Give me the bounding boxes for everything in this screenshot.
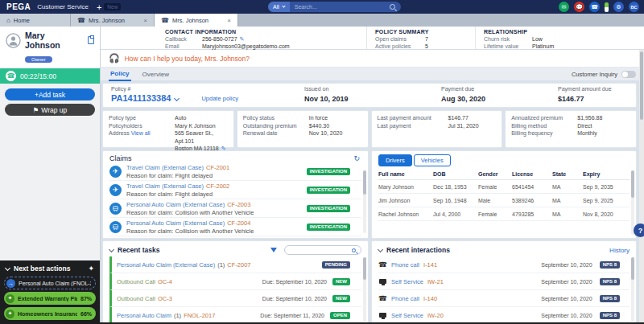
- status-badge: OPEN: [330, 312, 350, 319]
- tab-mrs-johnson-2[interactable]: ☎ Mrs. Johnson ×: [155, 14, 238, 27]
- main-scrollbar[interactable]: [639, 50, 644, 324]
- last-payment-amount: $146.77: [448, 114, 469, 122]
- status-badge: INVESTIGATION: [307, 205, 350, 212]
- drivers-table: Full name DOB Gender License State Expir…: [378, 169, 630, 221]
- task-link[interactable]: Outbound Call: [117, 295, 155, 302]
- claim-row[interactable]: ✈ Travel Claim (External Case)CF-2001 Re…: [109, 162, 361, 181]
- callback-number: 256-850-0727: [202, 35, 237, 43]
- agent-state-indicator[interactable]: [605, 2, 609, 12]
- drivers-scrollbar[interactable]: [631, 170, 634, 235]
- claim-row[interactable]: Personal Auto Claim (External Case)CF-20…: [109, 199, 361, 218]
- policy-header-card: Policy # PA1411133384 Update policy Issu…: [102, 83, 637, 108]
- copy-clipboard-icon[interactable]: [88, 36, 94, 44]
- car-icon: [109, 203, 122, 215]
- interaction-row[interactable]: Self Service IW-20 September 10, 2020 NP…: [378, 307, 630, 324]
- address-line1: 565 Seaver St., Apt.101: [175, 129, 228, 145]
- close-icon[interactable]: ×: [227, 17, 231, 24]
- self-service-icon: [378, 277, 387, 285]
- nps-badge: NPS 8: [600, 312, 620, 319]
- claim-link[interactable]: Personal Auto Claim (External Case): [126, 219, 225, 227]
- add-task-button[interactable]: +Add task: [5, 88, 95, 100]
- edit-pencil-icon[interactable]: ✎: [240, 35, 245, 43]
- view-all-link[interactable]: View all: [131, 130, 151, 136]
- claim-row[interactable]: Personal Auto Claim (External Case)CF-20…: [109, 218, 361, 236]
- task-link[interactable]: Personal Auto Claim: [117, 312, 171, 319]
- policy-summary-title: POLICY SUMMARY: [375, 29, 475, 35]
- pega-logo: PEGA: [6, 2, 31, 11]
- settings-gear-icon[interactable]: ⚙: [613, 2, 624, 12]
- claims-scrollbar[interactable]: [363, 170, 366, 233]
- user-avatar[interactable]: BC: [629, 2, 639, 12]
- task-row[interactable]: Personal Auto Claim (1) FNOL-2017 Due: S…: [109, 307, 361, 324]
- phone-channel-icon[interactable]: ☎: [589, 2, 600, 12]
- tab-policy[interactable]: Policy: [109, 68, 131, 81]
- new-badge: New: [104, 3, 121, 10]
- search-icon[interactable]: [390, 4, 395, 10]
- claims-card: Claims ↻ ✈ Travel Claim (External Case)C…: [102, 150, 369, 239]
- interaction-link[interactable]: Phone call: [391, 261, 419, 269]
- next-best-actions-panel: Next best actions ✦ → Personal Auto Clai…: [0, 260, 100, 324]
- issued-date: Nov 10, 2019: [304, 95, 441, 103]
- nba-item-auto-claim[interactable]: → Personal Auto Claim (FNOL-2019): [4, 277, 96, 289]
- chevron-down-icon[interactable]: [109, 246, 114, 252]
- nba-item-homeowners[interactable]: ✦ Homeowners Insurance 66%: [4, 307, 96, 320]
- interaction-link[interactable]: Phone call: [391, 295, 419, 302]
- nba-item-warranty[interactable]: ✦ Extended Warranty Plan 87%: [4, 292, 96, 305]
- interaction-row[interactable]: Self Service IW-21 September 10, 2020 NP…: [378, 273, 630, 290]
- interaction-row[interactable]: ☎ Phone call I-140 September 10, 2020 NP…: [378, 290, 630, 307]
- help-button[interactable]: ?: [634, 224, 644, 237]
- claim-row[interactable]: ✈ Travel Claim (External Case)CF-2002 Re…: [109, 181, 361, 199]
- chevron-down-icon[interactable]: [5, 265, 10, 270]
- flag-icon: ⚑: [33, 106, 39, 114]
- payment-amount-due: $146.77: [558, 95, 628, 103]
- task-row[interactable]: Outbound Call OC-3 Due: September 10, 20…: [109, 290, 361, 307]
- renewal-date: Nov 10, 2020: [309, 129, 343, 137]
- status-badge: INVESTIGATION: [307, 187, 350, 194]
- customer-inquiry-toggle[interactable]: [621, 71, 636, 78]
- greeting-text: How can I help you today, Mrs. Johnson?: [125, 55, 250, 63]
- filter-funnel-icon[interactable]: [270, 248, 277, 252]
- tab-drivers[interactable]: Drivers: [378, 154, 412, 166]
- tab-home[interactable]: ⌂ Home: [0, 14, 71, 27]
- email-icon[interactable]: ✉: [559, 2, 569, 12]
- tab-overview[interactable]: Overview: [141, 68, 171, 80]
- history-link[interactable]: History: [609, 247, 630, 254]
- customer-name: Mary Johnson: [25, 31, 80, 50]
- task-row[interactable]: Personal Auto Claim (External Case) (1) …: [109, 256, 361, 273]
- tasks-search[interactable]: [284, 245, 361, 255]
- top-bar: PEGA Customer Service + New All ✉ 💬 ☎ ⚙ …: [0, 0, 644, 14]
- claim-link[interactable]: Travel Claim (External Case): [126, 183, 204, 190]
- task-row[interactable]: Outbound Call OC-4 Due: September 10, 20…: [109, 273, 361, 290]
- claim-link[interactable]: Travel Claim (External Case): [126, 164, 204, 171]
- claims-title: Claims: [109, 154, 361, 162]
- wrap-up-button[interactable]: ⚑ Wrap up: [5, 104, 95, 116]
- chat-icon[interactable]: 💬: [574, 2, 584, 12]
- phone-icon: ☎: [77, 17, 85, 24]
- new-tab-button[interactable]: +: [97, 3, 101, 11]
- headset-icon: 🎧: [109, 53, 120, 64]
- tab-mrs-johnson-1[interactable]: ☎ Mrs. Johnson ×: [71, 14, 155, 27]
- search-scope-dropdown[interactable]: All: [268, 2, 290, 12]
- interactions-scrollbar[interactable]: [631, 257, 634, 322]
- owner-badge: Owner: [25, 56, 52, 63]
- interaction-row[interactable]: ☎ Phone call I-141 September 10, 2020 NP…: [378, 256, 630, 273]
- task-link[interactable]: Personal Auto Claim (External Case): [117, 261, 215, 269]
- policy-number-dropdown[interactable]: PA1411133384: [111, 93, 171, 103]
- drivers-card: Drivers Vehicles Full name DOB Gender Li…: [371, 150, 637, 239]
- tasks-scrollbar[interactable]: [363, 257, 366, 322]
- tab-vehicles[interactable]: Vehicles: [414, 154, 451, 166]
- nps-badge: NPS 8: [600, 261, 620, 269]
- search-input[interactable]: [290, 4, 390, 10]
- chevron-down-icon: [282, 4, 285, 7]
- global-search[interactable]: All: [268, 2, 401, 12]
- chevron-down-icon[interactable]: [378, 246, 383, 252]
- interaction-link[interactable]: Self Service: [391, 278, 423, 285]
- close-icon[interactable]: ×: [143, 17, 147, 24]
- task-link[interactable]: Outbound Call: [117, 278, 155, 285]
- interaction-link[interactable]: Self Service: [391, 312, 423, 319]
- table-row: Mary Johnson: [378, 180, 433, 194]
- policy-type: Auto: [175, 114, 186, 122]
- update-policy-link[interactable]: Update policy: [201, 95, 237, 103]
- refresh-icon[interactable]: ↻: [353, 154, 360, 162]
- claim-link[interactable]: Personal Auto Claim (External Case): [126, 201, 225, 208]
